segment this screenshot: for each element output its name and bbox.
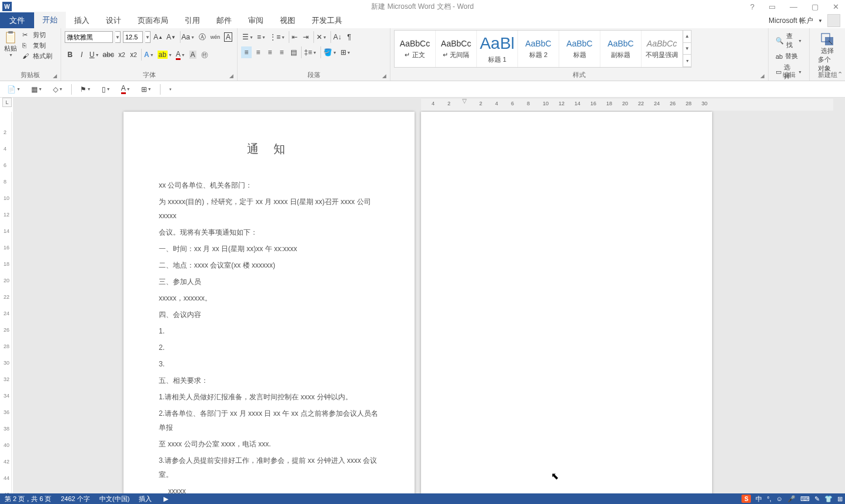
numbering-button[interactable]: ≡▼	[256, 31, 267, 43]
ime-skin-icon[interactable]: 👕	[824, 495, 833, 503]
status-mode[interactable]: 插入	[139, 495, 152, 503]
tab-file[interactable]: 文件	[0, 12, 34, 29]
ime-punct-icon[interactable]: °,	[767, 495, 771, 502]
doc-line[interactable]: 至 xxxx 公司办公室 xxxx，电话 xxx.	[159, 437, 379, 451]
increase-indent-button[interactable]: ⇥	[300, 31, 311, 43]
tab-selector[interactable]: L	[2, 98, 12, 107]
doc-line[interactable]: 二、地点：xxxx 会议室(xx 楼 xxxxxx)	[159, 258, 379, 272]
ime-toolbox-icon[interactable]: ⊞	[837, 495, 843, 503]
ime-lang[interactable]: 中	[756, 495, 762, 503]
document-area[interactable]: 通 知 xx 公司各单位、机关各部门：为 xxxxx(目的)，经研究，定于 xx…	[13, 98, 845, 493]
distributed-button[interactable]: ▤	[288, 46, 299, 58]
replace-button[interactable]: ab替换	[774, 51, 803, 61]
styles-gallery[interactable]: AaBbCc↵ 正文 AaBbCc↵ 无间隔 AaBl标题 1 AaBbC标题 …	[394, 30, 692, 68]
shrink-font-button[interactable]: A▼	[166, 31, 176, 43]
style-heading-1[interactable]: AaBl标题 1	[477, 31, 518, 67]
doc-line[interactable]: xxxxx，xxxxxx。	[159, 291, 379, 305]
style-subtitle[interactable]: AaBbC副标题	[600, 31, 642, 67]
font-name-input[interactable]	[65, 31, 113, 43]
phonetic-guide-button[interactable]: wén	[210, 31, 221, 43]
tab-view[interactable]: 视图	[272, 12, 303, 29]
doc-line[interactable]: 1.	[159, 324, 379, 338]
doc-line[interactable]: 四、会议内容	[159, 308, 379, 322]
qat-font-color-button[interactable]: A▼	[119, 83, 133, 95]
gallery-more-icon[interactable]: ▾	[683, 55, 691, 67]
justify-button[interactable]: ≡	[276, 46, 287, 58]
select-multiple-objects-button[interactable]: 选择 多个对象	[813, 30, 841, 75]
style-no-spacing[interactable]: AaBbCc↵ 无间隔	[436, 31, 477, 67]
superscript-button[interactable]: x2	[128, 49, 139, 61]
collapse-ribbon-icon[interactable]: ⌃	[837, 71, 843, 78]
qat-flag-button[interactable]: ⚑▼	[78, 84, 93, 95]
doc-line[interactable]: 三、参加人员	[159, 275, 379, 289]
first-line-indent-icon[interactable]: ▽	[462, 98, 467, 104]
bullets-button[interactable]: ☰▼	[241, 31, 255, 43]
clipboard-dialog-launcher[interactable]: ◢	[53, 73, 59, 79]
font-size-input[interactable]	[123, 31, 143, 43]
font-size-dropdown-icon[interactable]: ▼	[145, 31, 151, 43]
copy-button[interactable]: ⎘复制	[21, 41, 54, 51]
strikethrough-button[interactable]: abc	[102, 49, 115, 61]
gallery-up-icon[interactable]: ▲	[683, 31, 691, 43]
find-button[interactable]: 🔍查找▼	[774, 31, 803, 50]
style-heading-2[interactable]: AaBbC标题 2	[518, 31, 559, 67]
multilevel-list-button[interactable]: ⋮≡▼	[268, 31, 286, 43]
tab-insert[interactable]: 插入	[66, 12, 98, 29]
align-center-button[interactable]: ≡	[253, 46, 263, 58]
doc-sign[interactable]: xxxxx	[168, 484, 379, 493]
show-marks-button[interactable]: ¶	[344, 31, 355, 43]
tab-page-layout[interactable]: 页面布局	[129, 12, 176, 29]
qat-border-button[interactable]: ⊞▼	[139, 84, 154, 95]
decrease-indent-button[interactable]: ⇤	[289, 31, 299, 43]
status-macro-icon[interactable]: ▶	[161, 495, 171, 503]
qat-shape-button[interactable]: ◇▼	[51, 84, 65, 95]
doc-line[interactable]: 为 xxxxx(目的)，经研究，定于 xx 月 xxxx 日(星期 xx)召开 …	[159, 195, 379, 223]
gallery-down-icon[interactable]: ▼	[683, 43, 691, 55]
clear-formatting-button[interactable]: Ⓐ	[197, 31, 208, 43]
doc-line[interactable]: 五、相关要求：	[159, 373, 379, 388]
style-normal[interactable]: AaBbCc↵ 正文	[395, 31, 436, 67]
tab-mailings[interactable]: 邮件	[208, 12, 240, 29]
underline-button[interactable]: U▼	[88, 49, 101, 61]
maximize-icon[interactable]: ▢	[808, 1, 822, 12]
account-dropdown-icon[interactable]: ▼	[818, 18, 823, 24]
text-effects-button[interactable]: A▼	[141, 49, 155, 61]
status-language[interactable]: 中文(中国)	[99, 495, 129, 503]
status-page[interactable]: 第 2 页，共 6 页	[5, 495, 51, 503]
sogou-ime-icon[interactable]: S	[742, 495, 751, 503]
close-icon[interactable]: ✕	[829, 1, 843, 12]
style-title[interactable]: AaBbC标题	[559, 31, 600, 67]
doc-line[interactable]: 会议。现将有关事项通知如下：	[159, 225, 379, 239]
tab-developer[interactable]: 开发工具	[303, 12, 350, 29]
align-right-button[interactable]: ≡	[265, 46, 275, 58]
format-painter-button[interactable]: 🖌格式刷	[21, 51, 54, 61]
tab-home[interactable]: 开始	[34, 12, 66, 29]
paragraph-dialog-launcher[interactable]: ◢	[382, 73, 388, 79]
change-case-button[interactable]: Aa▼	[180, 31, 195, 43]
doc-title[interactable]: 通 知	[159, 141, 379, 157]
help-icon[interactable]: ?	[747, 1, 758, 12]
style-subtle-emphasis[interactable]: AaBbCc不明显强调	[642, 31, 683, 67]
horizontal-ruler[interactable]: ▽ 4224681012141618202224262830	[421, 99, 833, 111]
cut-button[interactable]: ✂剪切	[21, 30, 54, 40]
ime-settings-icon[interactable]: ✎	[814, 495, 820, 503]
page-1[interactable]: 通 知 xx 公司各单位、机关各部门：为 xxxxx(目的)，经研究，定于 xx…	[123, 112, 415, 493]
vertical-ruler[interactable]: 2468101214161820222426283032343638404244…	[2, 112, 12, 493]
doc-line[interactable]: 2.请各单位、各部门于 xx 月 xxxx 日 xx 午 xx 点之前将参加会议…	[159, 406, 379, 435]
character-border-button[interactable]: A	[223, 31, 233, 43]
doc-line[interactable]: 一、时间：xx 月 xx 日(星期 xx)xx 午 xx:xxxx	[159, 242, 379, 256]
character-shading-button[interactable]: A	[188, 49, 198, 61]
ribbon-display-icon[interactable]: ▭	[765, 1, 779, 12]
tab-design[interactable]: 设计	[98, 12, 129, 29]
qat-customize-button[interactable]: ▾	[166, 86, 174, 93]
account-area[interactable]: Microsoft 帐户 ▼	[769, 14, 840, 27]
status-words[interactable]: 2462 个字	[61, 495, 90, 503]
doc-line[interactable]: 3.请参会人员提前安排好工作，准时参会，提前 xx 分钟进入 xxxx 会议室。	[159, 453, 379, 482]
ime-voice-icon[interactable]: 🎤	[787, 495, 796, 503]
doc-line[interactable]: xx 公司各单位、机关各部门：	[159, 178, 379, 192]
align-left-button[interactable]: ≡	[241, 46, 252, 58]
qat-page-button[interactable]: ▯▼	[99, 84, 113, 95]
highlight-button[interactable]: ab▼	[156, 49, 173, 61]
sort-button[interactable]: A↓	[330, 31, 343, 43]
font-dialog-launcher[interactable]: ◢	[229, 73, 235, 79]
